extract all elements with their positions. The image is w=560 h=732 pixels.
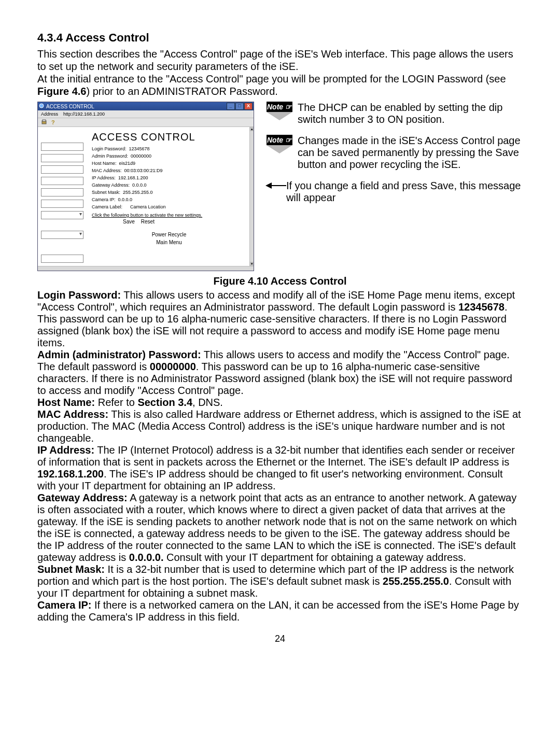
note-badge-2: Note ☞ xyxy=(267,135,292,153)
host-name-input[interactable] xyxy=(41,165,83,174)
camera-label-select[interactable] xyxy=(41,231,83,239)
para-mac-address: MAC Address: This is also called Hardwar… xyxy=(37,409,523,444)
svg-point-0 xyxy=(39,104,44,108)
page-number: 24 xyxy=(37,634,523,644)
address-label: Address xyxy=(41,111,58,117)
intro-figure-ref: Figure 4.6 xyxy=(37,86,86,97)
callout: If you change a field and press Save, th… xyxy=(267,180,523,204)
gateway-address-input[interactable] xyxy=(41,188,83,196)
login-password-input[interactable] xyxy=(41,143,83,151)
minimize-button[interactable]: _ xyxy=(227,103,235,110)
window-title: ACCESS CONTROL xyxy=(46,104,94,109)
intro-line-1: This section describes the "Access Contr… xyxy=(37,48,513,72)
app-icon xyxy=(39,103,44,109)
intro-line-2c: ) prior to an ADMINISTRATOR Password. xyxy=(86,86,277,97)
page-title: ACCESS CONTROL xyxy=(92,131,246,143)
save-button[interactable]: Save xyxy=(123,219,135,224)
row-ip-address: IP Address: 192.168.1.200 xyxy=(92,175,246,180)
note-2: Note ☞ Changes made in the iSE's Access … xyxy=(267,135,523,171)
maximize-button[interactable]: □ xyxy=(235,103,244,110)
row-camera-ip: Camera IP: 0.0.0.0 xyxy=(92,197,246,202)
figure-caption: Figure 4.10 Access Control xyxy=(37,275,523,287)
subnet-mask-input[interactable] xyxy=(41,200,83,208)
ip-address-input[interactable] xyxy=(41,177,83,185)
para-ip-address: IP Address: The IP (Internet Protocol) a… xyxy=(37,444,523,492)
main-menu-link[interactable]: Main Menu xyxy=(92,240,246,245)
browser-content: ACCESS CONTROL Login Password: 12345678 … xyxy=(38,127,254,266)
power-recycle-link[interactable]: Power Recycle xyxy=(92,232,246,237)
para-login-password: Login Password: This allows users to acc… xyxy=(37,289,523,349)
close-button[interactable]: X xyxy=(244,103,253,110)
para-host-name: Host Name: Refer to Section 3.4, DNS. xyxy=(37,397,523,409)
intro-line-2a: At the initial entrance to the "Access C… xyxy=(37,73,506,85)
row-subnet-mask: Subnet Mask: 255.255.255.0 xyxy=(92,190,246,195)
note-label: Note ☞ xyxy=(267,135,292,145)
document-page: 4.3.4 Access Control This section descri… xyxy=(0,0,560,665)
figure-area: ACCESS CONTROL _ □ X Address http://192.… xyxy=(37,102,523,271)
address-value[interactable]: http://192.168.1.200 xyxy=(63,111,105,117)
horizontal-scrollbar[interactable] xyxy=(38,266,254,271)
admin-password-input[interactable] xyxy=(41,154,83,162)
help-icon[interactable]: ? xyxy=(50,119,57,125)
para-subnet-mask: Subnet Mask: It is a 32-bit number that … xyxy=(37,564,523,599)
reset-button[interactable]: Reset xyxy=(141,219,155,224)
row-gateway-address: Gateway Address: 0.0.0.0 xyxy=(92,182,246,188)
svg-text:?: ? xyxy=(51,119,55,125)
scroll-down-icon[interactable]: ▾ xyxy=(250,262,254,266)
intro-text: This section describes the "Access Contr… xyxy=(37,48,523,97)
browser-window: ACCESS CONTROL _ □ X Address http://192.… xyxy=(37,102,254,271)
svg-rect-2 xyxy=(43,120,46,121)
note-triangle-icon xyxy=(267,145,292,153)
note-badge-1: Note ☞ xyxy=(267,102,292,120)
note-label: Note ☞ xyxy=(267,102,292,112)
vertical-scrollbar[interactable]: ▴ ▾ xyxy=(249,127,254,266)
row-camera-label: Camera Label: Camera Location xyxy=(92,204,246,209)
note-1: Note ☞ The DHCP can be enabled by settin… xyxy=(267,102,523,125)
section-heading: 4.3.4 Access Control xyxy=(37,31,523,45)
input-column xyxy=(38,127,86,266)
scroll-up-icon[interactable]: ▴ xyxy=(250,127,254,131)
row-host-name: Host Name: eis21d9 xyxy=(92,161,246,166)
row-login-password: Login Password: 12345678 xyxy=(92,146,246,151)
row-mac-address: MAC Address: 00:03:03:00:21:D9 xyxy=(92,168,246,173)
para-camera-ip: Camera IP: If there is a networked camer… xyxy=(37,599,523,623)
address-bar: Address http://192.168.1.200 xyxy=(38,110,254,118)
print-icon[interactable] xyxy=(41,119,47,125)
extra-input[interactable] xyxy=(41,255,83,263)
row-admin-password: Admin Password: 00000000 xyxy=(92,153,246,159)
note-1-text: The DHCP can be enabled by setting the d… xyxy=(298,102,523,125)
window-titlebar: ACCESS CONTROL _ □ X xyxy=(38,102,254,110)
activate-instruction: Click the following button to activate t… xyxy=(92,213,246,218)
info-column: ACCESS CONTROL Login Password: 12345678 … xyxy=(86,127,249,266)
para-admin-password: Admin (administrator) Password: This all… xyxy=(37,349,523,397)
note-2-text: Changes made in the iSE's Access Control… xyxy=(298,135,523,171)
browser-toolbar: ? xyxy=(38,118,254,127)
callout-text: If you change a field and press Save, th… xyxy=(286,180,523,204)
para-gateway-address: Gateway Address: A gateway is a network … xyxy=(37,492,523,564)
note-triangle-icon xyxy=(267,112,292,120)
arrow-left-icon xyxy=(267,185,286,193)
camera-ip-select[interactable] xyxy=(41,211,83,219)
side-notes: Note ☞ The DHCP can be enabled by settin… xyxy=(267,102,523,204)
